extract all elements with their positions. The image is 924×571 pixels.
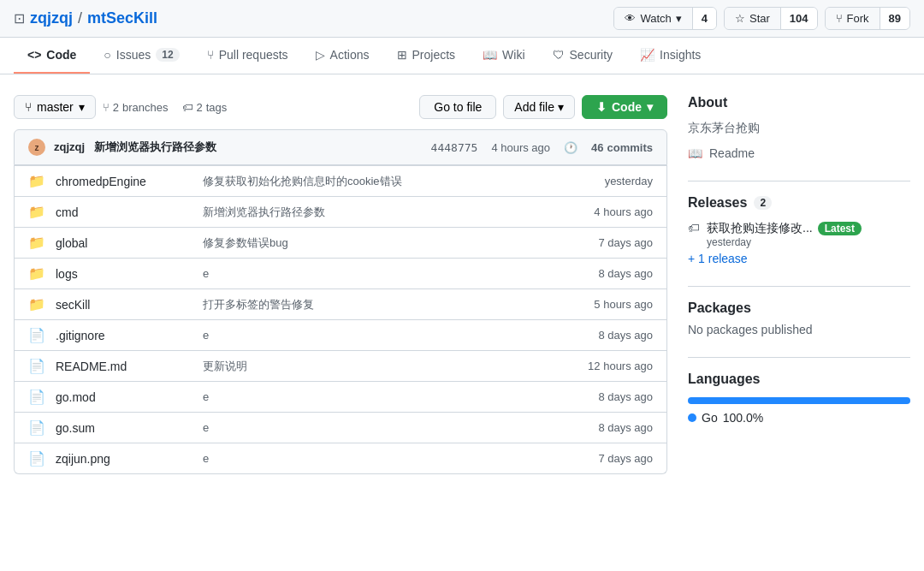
star-count[interactable]: 104 [780,8,817,29]
file-time: 7 days ago [598,236,653,249]
file-time: 8 days ago [598,390,653,403]
repo-meta-links: ⑂ 2 branches 🏷 2 tags [103,101,228,114]
fork-icon: ⑂ [836,12,843,25]
tab-wiki-label: Wiki [502,48,524,62]
file-name-link[interactable]: zqijun.png [56,452,110,466]
file-table: 📁 chromedpEngine 修复获取初始化抢购信息时的cookie错误 y… [14,165,667,474]
file-name-link[interactable]: go.sum [56,421,95,435]
actions-tab-icon: ▷ [316,48,325,62]
tag-icon: 🏷 [688,221,700,235]
tab-pull-requests[interactable]: ⑂ Pull requests [193,38,302,74]
tags-link[interactable]: 🏷 2 tags [182,101,228,114]
page-header: ⊡ zqjzqj / mtSecKill 👁 Watch ▾ 4 ☆ Star … [0,0,924,38]
fork-button[interactable]: ⑂ Fork [826,8,880,29]
latest-badge: Latest [818,222,862,235]
repo-toolbar: ⑂ master ▾ ⑂ 2 branches 🏷 2 tags Go to f… [14,95,667,119]
header-actions: 👁 Watch ▾ 4 ☆ Star 104 ⑂ Fork 89 [613,7,910,30]
file-name-link[interactable]: go.mod [56,390,96,404]
eye-icon: 👁 [625,12,636,25]
about-section: About 京东茅台抢购 📖 Readme [688,95,910,160]
repo-icon: ⊡ [14,10,25,27]
commit-hash[interactable]: 4448775 [431,141,478,154]
file-time: 4 hours ago [594,205,653,218]
tab-projects[interactable]: ⊞ Projects [383,38,470,74]
tab-wiki[interactable]: 📖 Wiki [469,38,538,74]
commit-author[interactable]: zqjzqj [54,140,85,153]
fork-count[interactable]: 89 [880,8,909,29]
file-message: 新增浏览器执行路径参数 [203,205,583,220]
commit-message[interactable]: 新增浏览器执行路径参数 [94,140,216,153]
toolbar-right: Go to file Add file ▾ ⬇ Code ▾ [419,95,667,119]
release-name-link[interactable]: 获取抢购连接修改... [707,221,813,236]
packages-title: Packages [688,300,910,316]
branch-meta-icon: ⑂ [103,101,110,114]
commits-link[interactable]: 46 commits [591,141,653,154]
fork-label: Fork [847,12,869,25]
file-message: 修复参数错误bug [203,235,588,251]
sidebar-divider-2 [688,286,910,287]
table-row: 📁 logs e 8 days ago [15,258,666,288]
commit-info: zqjzqj 新增浏览器执行路径参数 [54,140,423,155]
watch-count[interactable]: 4 [692,8,716,29]
file-name-link[interactable]: README.md [56,360,127,373]
watch-button[interactable]: 👁 Watch ▾ [614,8,691,29]
tab-actions[interactable]: ▷ Actions [302,38,383,74]
file-icon: 📄 [28,358,45,374]
release-item: 🏷 获取抢购连接修改... Latest yesterday [688,221,910,248]
commits-count: 46 [591,141,603,154]
file-name-link[interactable]: chromedpEngine [56,175,146,188]
commits-label: commits [607,141,653,154]
tab-security[interactable]: 🛡 Security [539,38,627,74]
issues-tab-icon: ○ [104,48,110,62]
file-time: 8 days ago [598,267,653,280]
file-name-link[interactable]: global [56,236,87,250]
go-to-file-button[interactable]: Go to file [419,95,496,119]
repo-content: ⑂ master ▾ ⑂ 2 branches 🏷 2 tags Go to f… [14,95,667,474]
security-tab-icon: 🛡 [553,48,565,62]
tab-code[interactable]: <> Code [14,38,90,74]
tab-code-label: Code [46,48,76,62]
fork-group: ⑂ Fork 89 [825,7,910,30]
tab-issues[interactable]: ○ Issues 12 [90,38,192,74]
more-releases-link[interactable]: + 1 release [688,252,748,265]
language-item: Go 100.0% [688,411,910,425]
file-name-link[interactable]: cmd [56,205,78,219]
star-button[interactable]: ☆ Star [725,8,780,29]
file-name-link[interactable]: secKill [56,298,90,312]
file-name: .gitignore [56,329,192,342]
add-file-button[interactable]: Add file ▾ [503,95,575,119]
repo-link[interactable]: mtSecKill [87,9,157,27]
file-message: e [203,267,588,280]
tab-security-label: Security [570,48,613,62]
lang-name: Go [702,411,718,425]
file-time: 12 hours ago [588,360,653,372]
tab-insights-label: Insights [660,48,701,62]
file-name-link[interactable]: logs [56,267,78,281]
file-message: 修复获取初始化抢购信息时的cookie错误 [203,174,595,189]
tab-insights[interactable]: 📈 Insights [626,38,714,74]
table-row: 📄 zqijun.png e 7 days ago [15,443,666,473]
file-name: go.sum [56,421,192,435]
file-time: 5 hours ago [594,298,653,311]
owner-link[interactable]: zqjzqj [30,9,73,27]
language-bar [688,397,910,404]
file-name-link[interactable]: .gitignore [56,329,105,342]
folder-icon: 📁 [28,265,45,282]
code-button[interactable]: ⬇ Code ▾ [582,95,667,119]
branches-link[interactable]: ⑂ 2 branches [103,101,169,114]
repo-title: ⊡ zqjzqj / mtSecKill [14,9,157,27]
languages-title: Languages [688,372,910,387]
add-file-label: Add file [514,100,554,114]
branches-count: 2 [113,101,119,114]
code-button-label: Code [612,100,642,114]
file-icon: 📄 [28,327,45,343]
sidebar: About 京东茅台抢购 📖 Readme Releases 2 🏷 获取抢购连… [688,95,910,474]
release-date: yesterday [707,236,910,248]
readme-link[interactable]: 📖 Readme [688,146,910,160]
chevron-down-icon: ▾ [558,100,564,114]
folder-icon: 📁 [28,296,45,312]
tab-actions-label: Actions [330,48,370,62]
table-row: 📁 chromedpEngine 修复获取初始化抢购信息时的cookie错误 y… [15,165,666,196]
file-message: 更新说明 [203,359,578,374]
branch-selector[interactable]: ⑂ master ▾ [14,95,96,119]
